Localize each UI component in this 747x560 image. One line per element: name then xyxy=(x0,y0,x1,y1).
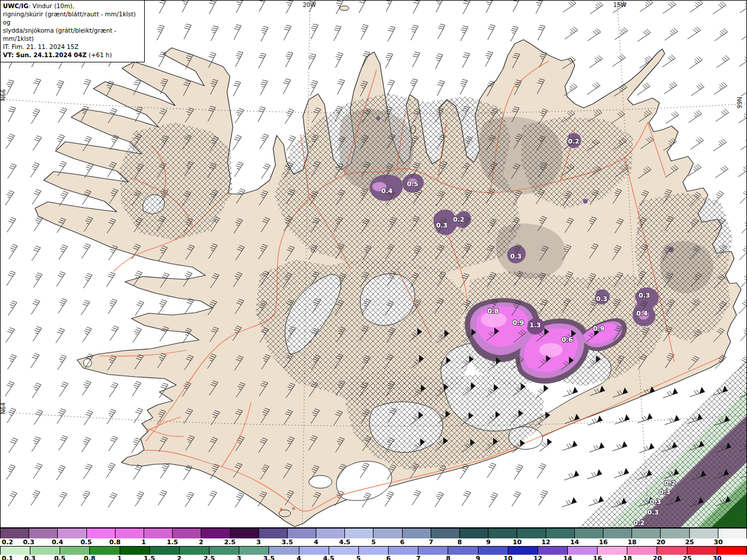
scale-tick-label: 1 xyxy=(117,555,122,560)
svg-text:0.8: 0.8 xyxy=(487,307,499,315)
scale-tick-label: 20 xyxy=(657,538,665,546)
scale-tick-label: 7 xyxy=(429,538,434,546)
scale-tick-label: 1.5 xyxy=(167,538,179,546)
scale-cell xyxy=(687,547,717,555)
scale-cell xyxy=(460,528,488,538)
scale-tick-label: 0.8 xyxy=(84,555,96,560)
title-box: UWC/IG: Vindur (10m), rigning/skúrir (gr… xyxy=(0,0,145,62)
scale-cell xyxy=(316,528,345,538)
scale-cell xyxy=(418,547,448,555)
scale-tick-label: 2.5 xyxy=(224,538,236,546)
scale-tick-label: 5 xyxy=(357,555,361,560)
scale-tick-label: 2 xyxy=(199,538,204,546)
svg-text:0.3: 0.3 xyxy=(650,498,661,506)
scale-cell xyxy=(431,528,460,538)
scale-cell xyxy=(150,547,180,555)
scale-tick-label: 6 xyxy=(386,555,391,560)
svg-text:0.5: 0.5 xyxy=(407,180,418,188)
scale-cell xyxy=(180,547,210,555)
scale-tick-label: 4 xyxy=(296,555,301,560)
scale-tick-label: 4.5 xyxy=(323,555,334,560)
scale-tick-label: 0.3 xyxy=(24,555,36,560)
scale-tick-label: 0.1 xyxy=(2,555,13,560)
scale-cell xyxy=(657,547,687,555)
svg-text:0.2: 0.2 xyxy=(453,216,465,223)
scale-tick-label: 1.5 xyxy=(144,555,155,560)
svg-text:0.2: 0.2 xyxy=(633,519,645,527)
scale-cell xyxy=(690,528,718,538)
scale-tick-label: 18 xyxy=(627,538,636,546)
svg-text:0.3: 0.3 xyxy=(510,253,522,260)
sleet-scale-labels: 0.20.30.40.50.811.522.533.544.5567891012… xyxy=(0,538,747,546)
svg-text:N64: N64 xyxy=(0,402,6,414)
scale-tick-label: 18 xyxy=(623,555,632,560)
scale-tick-label: 4.5 xyxy=(339,538,351,546)
map-canvas: 20W15WN66N64N66 0.40.50.30.20.30.20.30.8… xyxy=(0,0,747,560)
scale-tick-label: 7 xyxy=(416,555,421,560)
scale-cell xyxy=(345,528,374,538)
scale-cell xyxy=(488,528,517,538)
svg-text:0.2: 0.2 xyxy=(568,138,580,145)
svg-text:0.9: 0.9 xyxy=(512,319,524,327)
svg-text:0.3: 0.3 xyxy=(647,509,659,516)
svg-text:1.3: 1.3 xyxy=(529,321,541,329)
svg-text:0.3: 0.3 xyxy=(659,488,671,496)
scale-tick-label: 8 xyxy=(446,555,451,560)
svg-text:0.2: 0.2 xyxy=(664,480,676,487)
scale-cell xyxy=(632,528,661,538)
scale-tick-label: 2 xyxy=(177,555,181,560)
svg-text:0.6: 0.6 xyxy=(561,336,573,344)
scale-cell xyxy=(58,528,86,538)
scale-tick-label: 0.3 xyxy=(23,538,34,546)
scale-tick-label: 0.8 xyxy=(109,538,121,546)
scale-tick-label: 3 xyxy=(256,538,261,546)
scale-cell xyxy=(403,528,431,538)
weather-map-page: 20W15WN66N64N66 0.40.50.30.20.30.20.30.8… xyxy=(0,0,747,560)
scale-cell xyxy=(90,547,120,555)
scale-cell xyxy=(87,528,116,538)
scale-tick-label: 10 xyxy=(512,538,521,546)
scale-cell xyxy=(259,528,288,538)
title-line-3: slydda/snjókoma (grátt/bleikt/grænt - mm… xyxy=(3,27,142,43)
scale-tick-label: 14 xyxy=(563,555,572,560)
scale-tick-label: 14 xyxy=(570,538,579,546)
scale-cell xyxy=(120,547,150,555)
scale-tick-label: 25 xyxy=(683,555,692,560)
svg-text:0.3: 0.3 xyxy=(596,295,608,303)
scale-cell xyxy=(546,528,575,538)
sleet-scale-bar xyxy=(0,528,747,539)
scale-cell xyxy=(538,547,568,555)
rain-scale-labels: 0.10.30.50.811.522.533.544.5567891012141… xyxy=(0,555,747,560)
scale-cell xyxy=(374,528,402,538)
scale-cell xyxy=(603,528,632,538)
scale-cell xyxy=(201,528,230,538)
scale-tick-label: 12 xyxy=(542,538,550,546)
title-line-5: VT: Sun. 24.11.2024 04Z (+61 h) xyxy=(3,51,142,60)
scale-cell xyxy=(288,528,316,538)
scale-tick-label: 2.5 xyxy=(204,555,215,560)
scale-tick-label: 9 xyxy=(486,538,491,546)
scale-cell xyxy=(568,547,598,555)
scale-cell xyxy=(598,547,627,555)
scale-tick-label: 6 xyxy=(400,538,404,546)
scale-cell xyxy=(448,547,478,555)
scale-cell xyxy=(575,528,603,538)
scale-cell xyxy=(144,528,173,538)
title-line-4: IT: Fim. 21. 11. 2024 15Z xyxy=(3,43,142,51)
scale-cell xyxy=(661,528,689,538)
scale-tick-label: 1 xyxy=(141,538,146,546)
scale-tick-label: 12 xyxy=(533,555,542,560)
svg-text:0.4: 0.4 xyxy=(381,187,393,195)
scale-cell xyxy=(60,547,90,555)
scale-tick-label: 30 xyxy=(714,538,722,546)
scale-tick-label: 0.5 xyxy=(81,538,92,546)
svg-text:0.4: 0.4 xyxy=(636,310,648,317)
scale-tick-label: 0.4 xyxy=(52,538,64,546)
scale-tick-label: 3.5 xyxy=(282,538,294,546)
svg-text:0.3: 0.3 xyxy=(436,222,448,229)
scale-tick-label: 16 xyxy=(599,538,608,546)
scale-cell xyxy=(173,528,201,538)
scale-cell xyxy=(359,547,389,555)
scale-tick-label: 5 xyxy=(371,538,376,546)
scale-cell xyxy=(517,528,546,538)
